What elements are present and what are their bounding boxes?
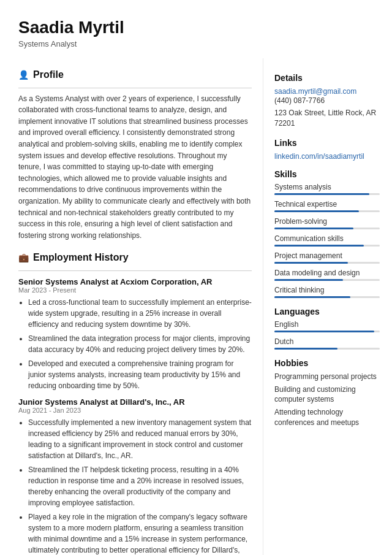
skill-bar-bg-1 bbox=[274, 210, 380, 212]
skill-bar-bg-5 bbox=[274, 279, 380, 281]
skill-bar-bg-6 bbox=[274, 296, 380, 298]
job-bullets-0: Led a cross-functional team to successfu… bbox=[18, 297, 252, 391]
skill-bar-fill-4 bbox=[274, 262, 348, 264]
skill-bar-fill-1 bbox=[274, 210, 359, 212]
hobby-item-0: Programming personal projects bbox=[274, 372, 380, 382]
job-bullet-0-2: Developed and executed a comprehensive t… bbox=[28, 358, 252, 391]
linkedin-link[interactable]: linkedin.com/in/saadiamyrtil bbox=[274, 152, 364, 161]
details-section: Details saadia.myrtil@gmail.com (440) 08… bbox=[274, 73, 380, 129]
skill-item-6: Critical thinking bbox=[274, 286, 380, 298]
job-bullet-0-1: Streamlined the data integration process… bbox=[28, 333, 252, 355]
skill-item-3: Communication skills bbox=[274, 234, 380, 247]
languages-section-title: Languages bbox=[274, 307, 380, 316]
employment-divider bbox=[18, 270, 252, 271]
skill-item-2: Problem-solving bbox=[274, 217, 380, 229]
skill-name-4: Project management bbox=[274, 251, 380, 260]
details-section-title: Details bbox=[274, 73, 380, 83]
skill-name-2: Problem-solving bbox=[274, 217, 380, 226]
skill-bar-bg-4 bbox=[274, 262, 380, 264]
employment-section: 💼 Employment History Senior Systems Anal… bbox=[18, 252, 252, 555]
job-period-1: Aug 2021 - Jan 2023 bbox=[18, 407, 252, 414]
languages-section: Languages English Dutch bbox=[274, 307, 380, 350]
left-column: 👤 Profile As a Systems Analyst with over… bbox=[0, 58, 263, 555]
job-title-0: Senior Systems Analyst at Acxiom Corpora… bbox=[18, 277, 252, 286]
details-phone: (440) 087-7766 bbox=[274, 96, 380, 106]
links-section: Links linkedin.com/in/saadiamyrtil bbox=[274, 138, 380, 161]
skill-item-0: Systems analysis bbox=[274, 183, 380, 195]
lang-bar-fill-0 bbox=[274, 331, 374, 332]
hobby-item-2: Attending technology conferences and mee… bbox=[274, 407, 380, 428]
lang-name-1: Dutch bbox=[274, 337, 380, 346]
job-bullet-1-1: Streamlined the IT helpdesk ticketing pr… bbox=[28, 464, 252, 508]
job-title-1: Junior Systems Analyst at Dillard's, Inc… bbox=[18, 397, 252, 407]
skill-name-0: Systems analysis bbox=[274, 183, 380, 191]
header: Saadia Myrtil Systems Analyst bbox=[0, 0, 392, 58]
main-content: 👤 Profile As a Systems Analyst with over… bbox=[0, 58, 392, 555]
skill-name-1: Technical expertise bbox=[274, 200, 380, 209]
candidate-name: Saadia Myrtil bbox=[18, 17, 374, 38]
skill-bar-bg-0 bbox=[274, 193, 380, 195]
profile-section: 👤 Profile As a Systems Analyst with over… bbox=[18, 69, 252, 242]
profile-divider bbox=[18, 88, 252, 88]
skill-bar-fill-6 bbox=[274, 296, 350, 298]
skill-item-5: Data modeling and design bbox=[274, 269, 380, 281]
profile-text: As a Systems Analyst with over 2 years o… bbox=[18, 93, 252, 242]
employment-icon: 💼 bbox=[18, 253, 29, 262]
lang-item-0: English bbox=[274, 320, 380, 332]
lang-name-0: English bbox=[274, 320, 380, 329]
hobbies-section: Hobbies Programming personal projects Bu… bbox=[274, 358, 380, 428]
profile-section-title: 👤 Profile bbox=[18, 69, 252, 83]
lang-bar-fill-1 bbox=[274, 348, 337, 350]
details-email[interactable]: saadia.myrtil@gmail.com bbox=[274, 87, 356, 96]
hobbies-section-title: Hobbies bbox=[274, 358, 380, 368]
skills-section: Skills Systems analysis Technical expert… bbox=[274, 169, 380, 298]
skill-name-3: Communication skills bbox=[274, 234, 380, 243]
details-address: 123 Oak Street, Little Rock, AR 72201 bbox=[274, 108, 380, 129]
skill-bar-fill-0 bbox=[274, 193, 369, 195]
right-column: Details saadia.myrtil@gmail.com (440) 08… bbox=[263, 58, 392, 555]
skill-bar-bg-2 bbox=[274, 228, 380, 229]
job-bullet-1-0: Successfully implemented a new inventory… bbox=[28, 417, 252, 461]
job-bullet-0-0: Led a cross-functional team to successfu… bbox=[28, 297, 252, 330]
candidate-job-title: Systems Analyst bbox=[18, 39, 374, 48]
skills-section-title: Skills bbox=[274, 169, 380, 179]
lang-bar-bg-0 bbox=[274, 331, 380, 332]
links-section-title: Links bbox=[274, 138, 380, 148]
job-bullets-1: Successfully implemented a new inventory… bbox=[18, 417, 252, 555]
profile-icon: 👤 bbox=[18, 70, 29, 80]
lang-bar-bg-1 bbox=[274, 348, 380, 350]
skill-bar-fill-3 bbox=[274, 245, 364, 247]
skill-name-5: Data modeling and design bbox=[274, 269, 380, 277]
hobby-item-1: Building and customizing computer system… bbox=[274, 385, 380, 405]
skill-item-1: Technical expertise bbox=[274, 200, 380, 212]
skill-bar-bg-3 bbox=[274, 245, 380, 247]
skill-bar-fill-5 bbox=[274, 279, 343, 281]
skill-item-4: Project management bbox=[274, 251, 380, 264]
employment-section-title: 💼 Employment History bbox=[18, 252, 252, 266]
job-period-0: Mar 2023 - Present bbox=[18, 286, 252, 294]
job-bullet-1-2: Played a key role in the migration of th… bbox=[28, 511, 252, 555]
resume-page: Saadia Myrtil Systems Analyst 👤 Profile … bbox=[0, 0, 392, 555]
skill-bar-fill-2 bbox=[274, 228, 353, 229]
lang-item-1: Dutch bbox=[274, 337, 380, 350]
skill-name-6: Critical thinking bbox=[274, 286, 380, 294]
